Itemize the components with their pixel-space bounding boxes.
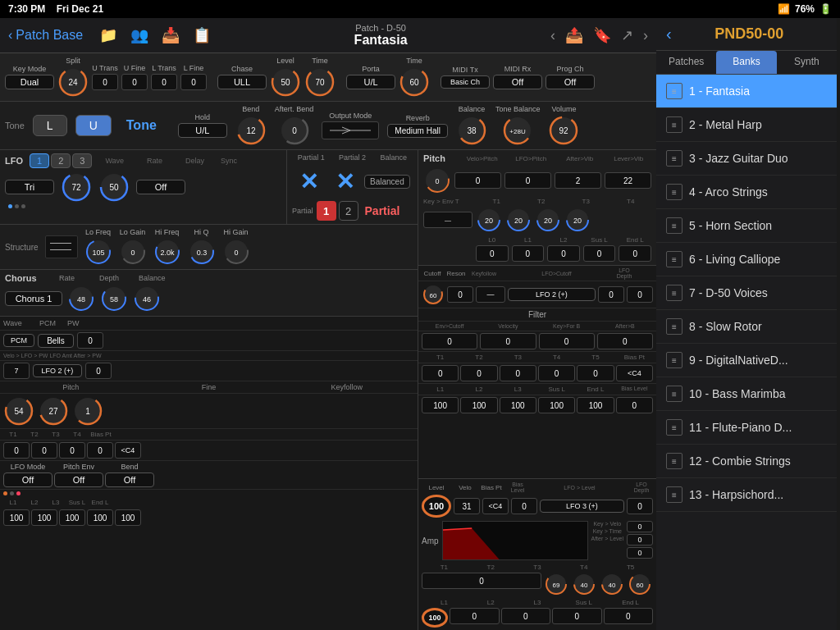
patch-item[interactable]: ≡2 - Metal Harp	[656, 108, 837, 142]
bend-knob[interactable]: 12	[235, 115, 267, 146]
arrow-left-icon[interactable]: ‹	[550, 27, 555, 44]
t3-pitch-knob[interactable]: 20	[535, 207, 561, 233]
tone-balance-knob[interactable]: +28U	[502, 115, 533, 146]
pitch-env-value[interactable]: Off	[54, 472, 103, 487]
midi-rx-value[interactable]: Off	[493, 75, 542, 89]
pitch-knob[interactable]: 54	[3, 395, 34, 427]
lo-gain-knob[interactable]: 0	[119, 238, 147, 266]
reverb-value[interactable]: Medium Hall	[387, 124, 448, 138]
t1-pitch-knob[interactable]: 20	[476, 207, 502, 233]
lfine-value[interactable]: 0	[180, 74, 207, 90]
folder-icon[interactable]: 📁	[99, 26, 117, 44]
nav-back-label[interactable]: Patch Base	[16, 28, 83, 43]
tone-U-btn[interactable]: U	[75, 115, 112, 136]
upload-icon[interactable]: 📤	[565, 26, 583, 44]
patch-item[interactable]: ≡10 - Bass Marimba	[656, 377, 837, 411]
tone-L-btn[interactable]: L	[33, 115, 67, 136]
patch-item[interactable]: ≡13 - Harpsichord...	[656, 478, 837, 512]
utrans-value[interactable]: 0	[92, 74, 118, 90]
patch-item[interactable]: ≡5 - Horn Section	[656, 209, 837, 243]
ufine-value[interactable]: 0	[121, 74, 148, 90]
porta-time-knob[interactable]: 60	[399, 66, 430, 98]
patch-item[interactable]: ≡6 - Living Calliope	[656, 243, 837, 276]
t3-amp-knob[interactable]: 40	[571, 573, 597, 596]
time-group: Time 70	[304, 57, 336, 98]
wave-pcm-value[interactable]: Bells	[38, 334, 74, 348]
chorus-row1: Chorus Rate Depth Balance	[5, 273, 413, 283]
wave-type[interactable]: PCM	[3, 334, 34, 347]
t2-amp-knob[interactable]: 69	[543, 573, 569, 596]
lfo-tab-2[interactable]: 2	[51, 153, 71, 168]
keyfollow-knob[interactable]: 1	[72, 395, 103, 427]
patch-item[interactable]: ≡12 - Combie Strings	[656, 445, 837, 478]
midi-tx-value[interactable]: Basic Ch	[441, 75, 490, 89]
t5-amp-knob[interactable]: 60	[627, 573, 653, 596]
t4-amp-knob[interactable]: 40	[599, 573, 625, 596]
back-button[interactable]: ‹ Patch Base	[8, 28, 83, 43]
patch-item[interactable]: ≡7 - D-50 Voices	[656, 276, 837, 310]
prog-ch-value[interactable]: Off	[546, 75, 595, 89]
balance-knob[interactable]: 38	[456, 115, 487, 146]
lfo-tab-3[interactable]: 3	[72, 153, 92, 168]
partial-2-btn[interactable]: 2	[339, 201, 358, 221]
key-mode-value[interactable]: Dual	[5, 75, 54, 89]
tab-banks[interactable]: Banks	[716, 51, 776, 74]
patch-item[interactable]: ≡11 - Flute-Piano D...	[656, 411, 837, 445]
lfo-cutoff-val[interactable]: LFO 2 (+)	[508, 288, 596, 301]
lfo-sync-value[interactable]: Off	[136, 180, 185, 194]
hold-value[interactable]: U/L	[178, 123, 227, 138]
patch-item[interactable]: ≡9 - DigitalNativeD...	[656, 344, 837, 377]
bend-bottom-value[interactable]: Off	[105, 472, 154, 487]
hi-freq-knob[interactable]: 2.0k	[153, 238, 181, 266]
lfo-mode-value[interactable]: Off	[3, 472, 52, 487]
t2-pitch-knob[interactable]: 20	[505, 207, 532, 233]
lfo-rate-knob[interactable]: 72	[61, 171, 92, 203]
level-knob[interactable]: 50	[270, 66, 301, 98]
patch-item[interactable]: ≡4 - Arco Strings	[656, 176, 837, 209]
patch-icon: ≡	[666, 150, 682, 167]
lo-freq-knob[interactable]: 105	[84, 238, 112, 266]
pitch-main-knob[interactable]: 0	[423, 167, 451, 194]
back-nav-icon[interactable]: ‹	[666, 25, 672, 43]
porta-value[interactable]: U/L	[346, 75, 395, 89]
t2-val-pl: 0	[31, 442, 57, 459]
hi-gain-knob[interactable]: 0	[222, 238, 250, 266]
tab-synth[interactable]: Synth	[777, 51, 837, 74]
cutoff-knob[interactable]: 60	[422, 283, 445, 306]
chorus-type[interactable]: Chorus 1	[5, 291, 62, 306]
lfoLevel-val[interactable]: LFO 3 (+)	[540, 500, 624, 513]
inbox-icon[interactable]: 📥	[162, 26, 180, 44]
fine-knob[interactable]: 27	[38, 395, 69, 427]
patch-item[interactable]: ≡3 - Jazz Guitar Duo	[656, 142, 837, 176]
lfo-wave-value[interactable]: Tri	[5, 180, 54, 194]
t5-amp-hdr: T5	[608, 564, 653, 571]
output-mode-display[interactable]	[322, 121, 379, 139]
tab-patches[interactable]: Patches	[656, 51, 716, 74]
copy-icon[interactable]: 📋	[193, 26, 211, 44]
patch-item[interactable]: ≡8 - Slow Rotor	[656, 310, 837, 344]
svg-text:27: 27	[48, 407, 58, 416]
l-values-pl: 100 100 100 100 100	[0, 508, 418, 527]
partial-1-btn[interactable]: 1	[317, 201, 336, 221]
patch-item[interactable]: ≡1 - Fantasia	[656, 75, 837, 108]
bookmark-icon[interactable]: 🔖	[593, 26, 611, 44]
arrow-right-icon[interactable]: ›	[643, 27, 648, 44]
time-knob[interactable]: 70	[304, 66, 336, 98]
chorus-depth-knob[interactable]: 58	[100, 285, 128, 313]
chorus-rate-knob[interactable]: 48	[67, 285, 95, 313]
hi-q-knob[interactable]: 0.3	[188, 238, 216, 266]
lfo-tab-1[interactable]: 1	[30, 153, 49, 168]
chase-value[interactable]: ULL	[217, 75, 267, 89]
aftert-bend-knob[interactable]: 0	[279, 115, 310, 146]
people-icon[interactable]: 👥	[130, 26, 148, 44]
lfo-pw-type[interactable]: LFO 2 (+)	[33, 364, 82, 377]
level-circle[interactable]: 100	[422, 495, 451, 518]
split-knob[interactable]: 24	[57, 66, 89, 98]
chorus-balance-knob[interactable]: 46	[133, 285, 161, 313]
ltrans-value[interactable]: 0	[151, 74, 177, 90]
key-velo-val: 0	[627, 521, 653, 532]
lfo-delay-knob[interactable]: 50	[98, 171, 130, 203]
t4-pitch-knob[interactable]: 20	[564, 207, 591, 233]
share-icon[interactable]: ↗	[621, 26, 633, 44]
volume-knob[interactable]: 92	[548, 115, 579, 146]
